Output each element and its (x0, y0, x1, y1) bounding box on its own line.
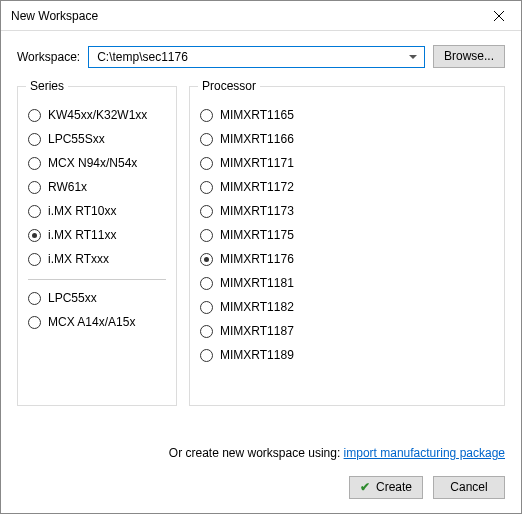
radio-icon (28, 316, 41, 329)
processor-item-label: MIMXRT1172 (220, 180, 294, 194)
series-item-label: i.MX RT11xx (48, 228, 116, 242)
processor-legend: Processor (198, 79, 260, 93)
processor-item-radio[interactable]: MIMXRT1165 (200, 103, 494, 127)
series-item-label: MCX A14x/A15x (48, 315, 135, 329)
radio-icon (200, 109, 213, 122)
series-divider (28, 279, 166, 280)
dialog-actions: ✔ Create Cancel (17, 476, 505, 499)
processor-item-radio[interactable]: MIMXRT1187 (200, 319, 494, 343)
series-item-label: LPC55Sxx (48, 132, 105, 146)
series-item-radio[interactable]: MCX A14x/A15x (28, 310, 166, 334)
series-item-radio[interactable]: KW45xx/K32W1xx (28, 103, 166, 127)
series-item-radio[interactable]: i.MX RTxxx (28, 247, 166, 271)
series-group: Series KW45xx/K32W1xxLPC55SxxMCX N94x/N5… (17, 86, 177, 406)
workspace-combobox[interactable] (88, 46, 425, 68)
radio-icon (28, 253, 41, 266)
workspace-label: Workspace: (17, 50, 80, 64)
processor-item-radio[interactable]: MIMXRT1173 (200, 199, 494, 223)
workspace-row: Workspace: Browse... (17, 45, 505, 68)
radio-icon (200, 133, 213, 146)
radio-icon (200, 181, 213, 194)
processor-item-radio[interactable]: MIMXRT1176 (200, 247, 494, 271)
radio-icon (200, 205, 213, 218)
workspace-dropdown-arrow[interactable] (406, 47, 420, 67)
processor-item-radio[interactable]: MIMXRT1166 (200, 127, 494, 151)
dialog-new-workspace: New Workspace Workspace: Browse... Serie… (0, 0, 522, 514)
window-title: New Workspace (11, 9, 98, 23)
processor-item-radio[interactable]: MIMXRT1172 (200, 175, 494, 199)
processor-item-label: MIMXRT1166 (220, 132, 294, 146)
group-row: Series KW45xx/K32W1xxLPC55SxxMCX N94x/N5… (17, 86, 505, 432)
cancel-button[interactable]: Cancel (433, 476, 505, 499)
processor-item-label: MIMXRT1176 (220, 252, 294, 266)
radio-icon (200, 277, 213, 290)
radio-icon (200, 301, 213, 314)
processor-item-label: MIMXRT1189 (220, 348, 294, 362)
radio-icon (200, 325, 213, 338)
check-icon: ✔ (360, 479, 370, 496)
series-item-radio[interactable]: LPC55Sxx (28, 127, 166, 151)
processor-item-label: MIMXRT1173 (220, 204, 294, 218)
radio-icon (200, 229, 213, 242)
radio-icon (28, 133, 41, 146)
chevron-down-icon (409, 55, 417, 59)
radio-icon (28, 229, 41, 242)
radio-icon (28, 205, 41, 218)
processor-item-label: MIMXRT1171 (220, 156, 294, 170)
processor-item-label: MIMXRT1175 (220, 228, 294, 242)
close-button[interactable] (476, 1, 521, 31)
create-button[interactable]: ✔ Create (349, 476, 423, 499)
footer-prefix: Or create new workspace using: (169, 446, 344, 460)
processor-group: Processor MIMXRT1165MIMXRT1166MIMXRT1171… (189, 86, 505, 406)
processor-item-label: MIMXRT1182 (220, 300, 294, 314)
series-legend: Series (26, 79, 68, 93)
processor-item-radio[interactable]: MIMXRT1182 (200, 295, 494, 319)
processor-item-label: MIMXRT1187 (220, 324, 294, 338)
radio-icon (28, 181, 41, 194)
series-item-radio[interactable]: LPC55xx (28, 286, 166, 310)
svg-marker-2 (409, 55, 417, 59)
series-item-radio[interactable]: i.MX RT10xx (28, 199, 166, 223)
titlebar: New Workspace (1, 1, 521, 31)
series-item-label: RW61x (48, 180, 87, 194)
radio-icon (200, 253, 213, 266)
processor-item-radio[interactable]: MIMXRT1175 (200, 223, 494, 247)
radio-icon (28, 157, 41, 170)
create-button-label: Create (376, 479, 412, 496)
radio-icon (200, 349, 213, 362)
processor-item-radio[interactable]: MIMXRT1189 (200, 343, 494, 367)
radio-icon (28, 292, 41, 305)
series-item-label: LPC55xx (48, 291, 97, 305)
series-item-label: KW45xx/K32W1xx (48, 108, 147, 122)
dialog-content: Workspace: Browse... Series KW45xx/K32W1… (1, 31, 521, 513)
footer-text: Or create new workspace using: import ma… (17, 446, 505, 460)
processor-item-radio[interactable]: MIMXRT1181 (200, 271, 494, 295)
import-manufacturing-link[interactable]: import manufacturing package (344, 446, 505, 460)
radio-icon (200, 157, 213, 170)
series-item-label: i.MX RT10xx (48, 204, 116, 218)
browse-button[interactable]: Browse... (433, 45, 505, 68)
radio-icon (28, 109, 41, 122)
series-item-label: i.MX RTxxx (48, 252, 109, 266)
series-item-radio[interactable]: i.MX RT11xx (28, 223, 166, 247)
series-item-radio[interactable]: MCX N94x/N54x (28, 151, 166, 175)
series-item-radio[interactable]: RW61x (28, 175, 166, 199)
series-item-label: MCX N94x/N54x (48, 156, 137, 170)
workspace-input[interactable] (95, 48, 406, 66)
close-icon (494, 11, 504, 21)
processor-item-label: MIMXRT1165 (220, 108, 294, 122)
processor-item-label: MIMXRT1181 (220, 276, 294, 290)
processor-item-radio[interactable]: MIMXRT1171 (200, 151, 494, 175)
